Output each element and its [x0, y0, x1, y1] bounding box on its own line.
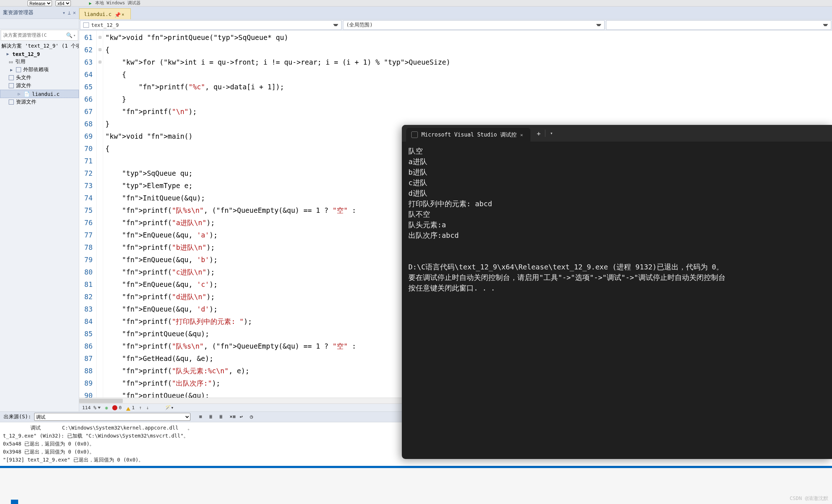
warning-count[interactable]: 1 [126, 405, 135, 411]
show-icon[interactable] [41, 21, 47, 27]
config-dropdown[interactable]: Release [28, 0, 52, 6]
tab-label: liandui.c [84, 11, 112, 17]
member-crumb[interactable] [606, 20, 831, 30]
search-icon: 🔍 [66, 32, 72, 38]
vs-status-corner [11, 500, 18, 504]
close-icon[interactable]: × [73, 10, 76, 16]
tree-external[interactable]: ▸外部依赖项 [0, 66, 79, 74]
out-clock-icon[interactable]: ◷ [250, 414, 257, 420]
close-icon[interactable]: × [520, 132, 525, 137]
search-placeholder: 决方案资源管理器(C [3, 32, 65, 38]
zoom-level[interactable]: 114 % [82, 405, 101, 410]
tree-sources[interactable]: 源文件 [0, 82, 79, 90]
tree-headers[interactable]: 头文件 [0, 74, 79, 82]
terminal-output[interactable]: 队空 a进队 b进队 c进队 d进队 打印队列中的元素: abcd 队不空 队头… [402, 142, 832, 298]
pin-icon[interactable]: 📌 [114, 12, 119, 16]
save-icon[interactable] [22, 21, 28, 27]
line-gutter: 61 62 63 64 65 66 67 68 69 70 71 72 73 7… [79, 31, 97, 398]
terminal-tab-title: Microsoft Visual Studio 调试控 [421, 131, 517, 138]
tab-menu-button[interactable]: ▾ [545, 127, 558, 139]
terminal-tab[interactable]: Microsoft Visual Studio 调试控 × [406, 128, 530, 142]
out-icon[interactable]: ≣ [219, 414, 227, 420]
debug-console-window[interactable]: Microsoft Visual Studio 调试控 × + ▾ 队空 a进队… [402, 125, 832, 459]
tree-refs[interactable]: ▫▫引用 [0, 58, 79, 66]
error-count[interactable]: 0 [112, 405, 122, 410]
terminal-icon [411, 131, 418, 138]
panel-title: 案资源管理器 [3, 9, 60, 16]
home-icon[interactable] [3, 21, 9, 27]
solution-toolbar [0, 19, 79, 29]
sync-icon[interactable] [12, 21, 19, 27]
props-icon[interactable] [31, 21, 38, 27]
out-icon[interactable]: ≡ [199, 414, 206, 420]
solution-tree: 解决方案 'text_12_9' (1 个项 ▸text_12_9 ▫▫引用 ▸… [0, 41, 79, 411]
vs-status-bar [0, 466, 832, 468]
toolbar-icon[interactable] [4, 1, 12, 6]
pin-icon[interactable]: ⟂ [68, 10, 70, 16]
fold-column[interactable]: ⊟ ⊟ ⊟ [97, 31, 103, 398]
nav-bar: text_12_9 (全局范围) [79, 20, 832, 31]
top-toolbar: Release x64 ▶ 本地 Windows 调试器 [0, 0, 832, 7]
tab-liandui[interactable]: liandui.c 📌 × [79, 8, 131, 19]
platform-dropdown[interactable]: x64 [56, 0, 71, 6]
terminal-titlebar[interactable]: Microsoft Visual Studio 调试控 × + ▾ [402, 125, 832, 142]
solution-explorer: 案资源管理器 ▾ ⟂ × 决方案资源管理器(C 🔍 ▾ 解决方案 'text_1… [0, 7, 79, 411]
debug-target[interactable]: 本地 Windows 调试器 [95, 0, 141, 6]
output-source-label: 出来源(S): [4, 414, 31, 420]
options-icon[interactable]: ▾ [62, 10, 65, 16]
scope-crumb[interactable]: (全局范围) [343, 20, 605, 30]
info-icon[interactable]: ◉ [105, 405, 108, 410]
solution-search[interactable]: 决方案资源管理器(C 🔍 ▾ [1, 30, 78, 41]
project-node[interactable]: ▸text_12_9 [0, 50, 79, 58]
tree-file-liandui[interactable]: ▹📄liandui.c [0, 90, 79, 98]
toolbar-icon[interactable] [16, 1, 24, 6]
watermark: CSDN @清澈沈默 [789, 495, 828, 502]
out-clear-icon[interactable]: ⨯≡ [230, 414, 237, 420]
project-crumb[interactable]: text_12_9 [80, 20, 342, 30]
editor-tabbar: liandui.c 📌 × [79, 7, 832, 20]
new-tab-button[interactable]: + [533, 127, 545, 139]
brush-icon[interactable]: 🪄▾ [165, 405, 174, 410]
tree-resources[interactable]: 资源文件 [0, 98, 79, 106]
out-icon[interactable]: ≣ [209, 414, 217, 420]
solution-node[interactable]: 解决方案 'text_12_9' (1 个项 [0, 42, 79, 50]
output-source-select[interactable]: 调试 [34, 413, 190, 421]
out-wrap-icon[interactable]: ↩ [240, 414, 247, 420]
close-icon[interactable]: × [122, 12, 126, 16]
